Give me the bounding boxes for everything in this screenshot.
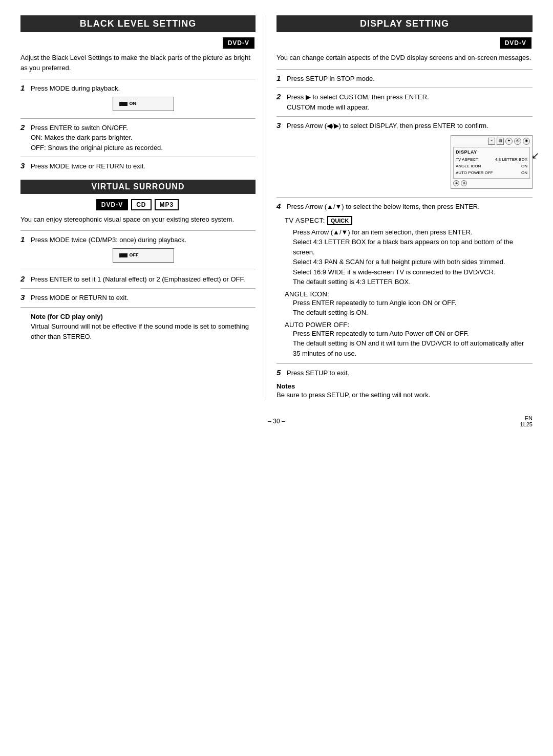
auto-power-off-label: AUTO POWER OFF: [285, 321, 533, 329]
icon-4: ◎ [514, 138, 521, 145]
diagram-row-1: TV ASPECT 4:3 LETTER BOX [456, 157, 527, 163]
right-column: DISPLAY SETTING DVD-V You can change cer… [266, 15, 533, 400]
step3-text: Press MODE twice or RETURN to exit. [31, 162, 145, 170]
ds-step5: 5 Press SETUP to exit. [276, 368, 533, 378]
ds-step5-text: Press SETUP to exit. [287, 369, 349, 377]
vs-step2-text: Press ENTER to set it 1 (Natural effect)… [31, 275, 245, 283]
ds-badge-row: DVD-V [276, 37, 533, 49]
bot-icon-2: ⊕ [461, 180, 467, 186]
page-footer: – 30 – EN 1L25 [20, 415, 533, 427]
led-indicator [119, 253, 127, 257]
vs-cd-badge: CD [131, 199, 151, 210]
tv-aspect-label: TV ASPECT: [285, 217, 325, 224]
note-title: Note (for CD play only) [31, 313, 103, 320]
display-diagram: ≡ ▤ ✦ ◎ ◉ DISPLAY TV ASPECT 4:3 LETTE [287, 135, 533, 189]
vs-note: Note (for CD play only) Virtual Surround… [20, 312, 256, 342]
step-content: Press SETUP in STOP mode. [287, 74, 533, 84]
diagram-title: DISPLAY [456, 149, 527, 156]
step-num: 1 [20, 83, 31, 92]
footer-lang: EN [364, 415, 533, 421]
led-indicator [119, 102, 127, 106]
diagram-icons: ≡ ▤ ✦ ◎ ◉ [453, 138, 530, 145]
step-num: 3 [20, 161, 31, 170]
diagram-row-2: ANGLE ICON ON [456, 163, 527, 169]
vs-step1: 1 Press MODE twice (CD/MP3: once) during… [20, 235, 256, 266]
tv-aspect-row: TV ASPECT: QUICK [285, 216, 533, 225]
vs-step2: 2 Press ENTER to set it 1 (Natural effec… [20, 274, 256, 285]
step-content: Press ENTER to set it 1 (Natural effect)… [31, 274, 256, 285]
apo-line1: Press ENTER repeatedly to turn Auto Powe… [293, 329, 533, 339]
step-num: 2 [20, 274, 31, 283]
ds-step1: 1 Press SETUP in STOP mode. [276, 74, 533, 84]
notes-title: Notes [276, 382, 295, 390]
black-level-dvd-badge: DVD-V [223, 37, 254, 49]
step-content: Press SETUP to exit. [287, 368, 533, 378]
footer-code: 1L25 [364, 421, 533, 427]
black-level-step3: 3 Press MODE twice or RETURN to exit. [20, 161, 256, 171]
notes-block: Notes Be sure to press SETUP, or the set… [276, 382, 533, 400]
black-level-title: BLACK LEVEL SETTING [20, 15, 256, 32]
device-image-off: OFF [31, 248, 256, 263]
footer-right: EN 1L25 [364, 415, 533, 427]
virtual-surround-title: VIRTUAL SURROUND [20, 180, 256, 194]
step-num: 2 [20, 123, 31, 132]
tv-aspect-block: TV ASPECT: QUICK Press Arrow (▲/▼) for a… [285, 216, 533, 287]
step-num: 1 [20, 235, 31, 244]
cursor-arrow-icon: ↙ [531, 151, 539, 160]
quick-badge: QUICK [327, 216, 352, 225]
device-box-off: OFF [113, 248, 174, 263]
auto-power-off-block: AUTO POWER OFF: Press ENTER repeatedly t… [285, 321, 533, 359]
device-box-on: ON [113, 97, 174, 111]
ds-step2: 2 Press ▶ to select CUSTOM, then press E… [276, 92, 533, 112]
diagram-box: ≡ ▤ ✦ ◎ ◉ DISPLAY TV ASPECT 4:3 LETTE [451, 135, 533, 189]
apo-line2: The default setting is ON and it will tu… [293, 338, 533, 358]
vs-mp3-badge: MP3 [155, 199, 179, 210]
ds-step2-text: Press ▶ to select CUSTOM, then press ENT… [287, 93, 429, 101]
step-num: 1 [276, 74, 287, 82]
diag-label-3: AUTO POWER OFF [456, 170, 493, 176]
diag-label-2: ANGLE ICON [456, 163, 481, 169]
note-text: Virtual Surround will not be effective i… [31, 322, 249, 340]
display-setting-title: DISPLAY SETTING [276, 15, 533, 32]
vs-dvd-badge: DVD-V [96, 199, 128, 210]
virtual-surround-section: VIRTUAL SURROUND DVD-V CD MP3 You can en… [20, 180, 256, 342]
note-content: Note (for CD play only) Virtual Surround… [31, 312, 256, 342]
black-level-section: BLACK LEVEL SETTING DVD-V Adjust the Bla… [20, 15, 256, 171]
black-level-step1: 1 Press MODE during playback. ON [20, 83, 256, 114]
angle-line2: The default setting is ON. [293, 308, 533, 318]
ds-step1-text: Press SETUP in STOP mode. [287, 75, 375, 82]
diag-val-2: ON [521, 163, 527, 169]
ds-step3-text: Press Arrow (◀/▶) to select DISPLAY, the… [287, 122, 488, 129]
vs-step3-text: Press MODE or RETURN to exit. [31, 294, 129, 301]
vs-step3: 3 Press MODE or RETURN to exit. [20, 293, 256, 303]
on-label: ON [130, 100, 137, 107]
angle-icon-desc: Press ENTER repeatedly to turn Angle ico… [285, 298, 533, 318]
step-content: Press ▶ to select CUSTOM, then press ENT… [287, 92, 533, 112]
angle-icon-label: ANGLE ICON: [285, 290, 533, 298]
icon-3: ✦ [505, 138, 513, 145]
tv-aspect-line3: Select 4:3 PAN & SCAN for a full height … [293, 257, 533, 267]
step-content: Press MODE twice or RETURN to exit. [31, 161, 256, 171]
ds-dvd-badge: DVD-V [500, 37, 531, 49]
vs-step1-text: Press MODE twice (CD/MP3: once) during p… [31, 236, 186, 244]
angle-icon-block: ANGLE ICON: Press ENTER repeatedly to tu… [285, 290, 533, 318]
device-image-on: ON [31, 97, 256, 111]
tv-aspect-line4: Select 16:9 WIDE if a wide-screen TV is … [293, 267, 533, 277]
bot-icon-1: ⊕ [453, 180, 459, 186]
step-content: Press MODE twice (CD/MP3: once) during p… [31, 235, 256, 266]
off-label: OFF [130, 252, 139, 259]
diagram-inner: DISPLAY TV ASPECT 4:3 LETTER BOX ANGLE I… [453, 147, 530, 179]
diagram-row-3: AUTO POWER OFF ON [456, 170, 527, 176]
angle-line1: Press ENTER repeatedly to turn Angle ico… [293, 298, 533, 308]
step-content: Press MODE or RETURN to exit. [31, 293, 256, 303]
step-content: Press ENTER to switch ON/OFF. ON: Makes … [31, 123, 256, 153]
diag-label-1: TV ASPECT [456, 157, 478, 163]
display-setting-section: DISPLAY SETTING DVD-V You can change cer… [276, 15, 533, 400]
tv-aspect-line5: The default setting is 4:3 LETTER BOX. [293, 277, 533, 287]
ds-step4: 4 Press Arrow (▲/▼) to select the below … [276, 202, 533, 212]
vs-intro: You can enjoy stereophonic visual space … [20, 214, 256, 225]
icon-5: ◉ [523, 138, 530, 145]
step-num: 5 [276, 368, 287, 377]
ds-step4-text: Press Arrow (▲/▼) to select the below it… [287, 203, 480, 210]
step-content: Press MODE during playback. ON [31, 83, 256, 114]
